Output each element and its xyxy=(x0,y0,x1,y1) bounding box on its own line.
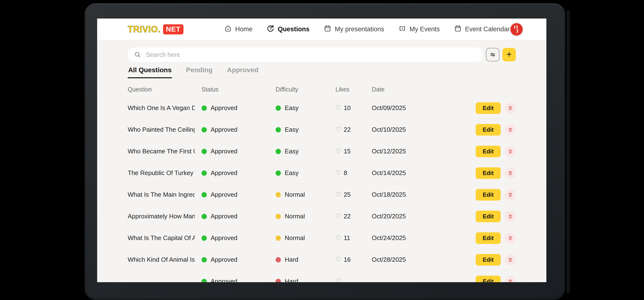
tab-pending[interactable]: Pending xyxy=(186,64,213,78)
table-row: Who Painted The Ceiling … Approved Easy … xyxy=(128,119,516,141)
brand-logo[interactable]: TRIVIO. NET xyxy=(128,24,184,35)
add-question-button[interactable]: + xyxy=(502,48,516,61)
trash-icon xyxy=(507,278,514,282)
trash-icon xyxy=(507,170,514,176)
edit-button[interactable]: Edit xyxy=(476,189,501,201)
nav-item-label: Event Calendar xyxy=(465,26,510,33)
difficulty-label: Easy xyxy=(285,169,299,177)
likes-count: 22 xyxy=(344,213,350,220)
nav-item-my-presentations[interactable]: My presentations xyxy=(324,24,384,34)
question-text: Which One Is A Vegan Dis… xyxy=(128,104,195,112)
date-text: Oct/18/2025 xyxy=(372,191,406,198)
edit-button[interactable]: Edit xyxy=(476,146,501,157)
difficulty-dot xyxy=(276,192,281,197)
trash-icon xyxy=(507,105,514,111)
delete-button[interactable] xyxy=(505,146,516,157)
table-header: Question Status Difficulty Likes Date xyxy=(128,82,516,97)
likes-count: 15 xyxy=(344,148,350,155)
difficulty-label: Normal xyxy=(285,234,305,242)
question-text: Who Became The First U.S.… xyxy=(128,148,195,155)
delete-button[interactable] xyxy=(505,124,516,135)
trash-icon xyxy=(507,235,514,241)
nav-item-label: Home xyxy=(235,26,252,33)
delete-button[interactable] xyxy=(505,168,516,179)
edit-button[interactable]: Edit xyxy=(476,167,501,179)
status-dot xyxy=(202,105,207,111)
heart-icon: ♡ xyxy=(336,235,341,241)
search-bar[interactable] xyxy=(128,48,483,62)
status-label: Approved xyxy=(211,256,237,263)
difficulty-dot xyxy=(276,170,281,176)
date-text: Oct/20/2025 xyxy=(372,213,406,220)
trash-icon xyxy=(507,148,514,155)
heart-icon: ♡ xyxy=(336,278,341,282)
status-label: Approved xyxy=(211,234,237,242)
column-header-question: Question xyxy=(128,82,195,97)
tab-all-questions[interactable]: All Questions xyxy=(128,64,172,78)
trash-icon xyxy=(507,127,514,133)
delete-button[interactable] xyxy=(505,211,516,222)
table-body: Which One Is A Vegan Dis… Approved Easy … xyxy=(128,97,516,282)
heart-icon: ♡ xyxy=(336,191,341,198)
table-row: What Is The Capital Of Ant… Approved Nor… xyxy=(128,227,516,249)
date-text: Oct/28/2025 xyxy=(372,256,406,263)
difficulty-dot xyxy=(276,257,281,262)
sliders-icon xyxy=(489,51,496,58)
question-text: What Is The Main Ingredie… xyxy=(128,191,195,198)
delete-button[interactable] xyxy=(505,103,516,114)
delete-button[interactable] xyxy=(505,276,516,282)
tab-approved[interactable]: Approved xyxy=(226,64,259,78)
delete-button[interactable] xyxy=(505,254,516,265)
home-icon xyxy=(224,24,232,34)
status-label: Approved xyxy=(211,191,237,198)
status-label: Approved xyxy=(211,148,237,155)
difficulty-label: Normal xyxy=(285,213,305,220)
nav-item-my-events[interactable]: My Events xyxy=(398,24,440,34)
column-header-date: Date xyxy=(372,82,469,97)
nav-item-label: My Events xyxy=(410,26,440,33)
status-label: Approved xyxy=(211,126,237,133)
search-input[interactable] xyxy=(146,51,477,59)
trash-icon xyxy=(507,192,514,198)
likes-count: 10 xyxy=(344,104,350,112)
status-dot xyxy=(202,127,207,132)
svg-text:?: ? xyxy=(269,26,272,31)
status-dot xyxy=(202,257,207,262)
delete-button[interactable] xyxy=(505,189,516,200)
difficulty-dot xyxy=(276,127,281,132)
filter-button[interactable] xyxy=(486,48,500,61)
status-dot xyxy=(202,235,207,241)
table-row: Who Became The First U.S.… Approved Easy… xyxy=(128,141,516,162)
date-text: Oct/12/2025 xyxy=(372,148,406,155)
delete-button[interactable] xyxy=(505,233,516,244)
edit-button[interactable]: Edit xyxy=(476,102,501,114)
table-row: What Is The Main Ingredie… Approved Norm… xyxy=(128,184,516,206)
nav-item-questions[interactable]: ? Questions xyxy=(266,24,310,34)
edit-button[interactable]: Edit xyxy=(476,276,501,282)
edit-button[interactable]: Edit xyxy=(476,211,501,222)
edit-button[interactable]: Edit xyxy=(476,124,501,136)
calendar-icon xyxy=(324,24,332,34)
search-row: + xyxy=(128,48,516,62)
question-text: Which Kind Of Animal Is T… xyxy=(128,256,195,263)
status-dot xyxy=(202,279,207,282)
status-label: Approved xyxy=(211,104,237,112)
nav-item-event-calendar[interactable]: Event Calendar xyxy=(454,24,510,34)
likes-count: 16 xyxy=(344,256,350,263)
edit-button[interactable]: Edit xyxy=(476,232,501,244)
difficulty-dot xyxy=(276,149,281,154)
avatar[interactable] xyxy=(510,22,523,37)
content-area: + All Questions Pending Approved Questio… xyxy=(97,48,546,282)
likes-count: 11 xyxy=(344,234,350,242)
calendar-icon xyxy=(454,24,462,34)
column-header-status: Status xyxy=(202,82,269,97)
nav-item-home[interactable]: Home xyxy=(224,24,252,34)
column-header-actions xyxy=(476,82,516,97)
brand-logo-badge: NET xyxy=(163,24,184,35)
table-row: The Republic Of Turkey Is … Approved Eas… xyxy=(128,162,516,184)
difficulty-label: Easy xyxy=(285,126,299,133)
heart-icon: ♡ xyxy=(336,256,341,263)
status-dot xyxy=(202,149,207,154)
edit-button[interactable]: Edit xyxy=(476,254,501,265)
difficulty-dot xyxy=(276,105,281,111)
